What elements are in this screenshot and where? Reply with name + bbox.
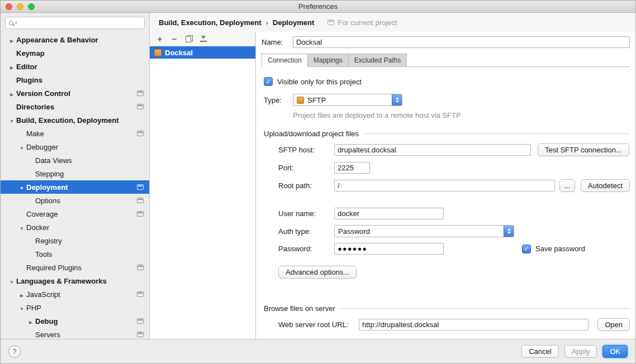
chevron-right-icon[interactable] — [7, 63, 16, 71]
chevron-down-icon[interactable] — [7, 116, 16, 124]
chevron-down-icon[interactable] — [17, 223, 26, 232]
help-button[interactable]: ? — [8, 346, 21, 358]
auth-type-select[interactable]: Password — [334, 225, 514, 237]
sidebar-item-plugins[interactable]: Plugins — [1, 73, 149, 87]
chevron-down-icon[interactable] — [17, 183, 26, 191]
server-list-panel: + − Docksal — [150, 32, 256, 339]
web-root-field[interactable] — [359, 319, 588, 331]
advanced-options-button[interactable]: Advanced options... — [278, 266, 357, 279]
server-item-label: Docksal — [165, 49, 193, 57]
browse-root-path-button[interactable]: ... — [559, 179, 575, 192]
sidebar-item-docker[interactable]: Docker — [1, 221, 149, 234]
sidebar-item-javascript[interactable]: JavaScript — [1, 288, 149, 301]
chevron-right-icon[interactable] — [7, 36, 16, 44]
chevron-right-icon[interactable] — [26, 317, 35, 325]
tab-mappings[interactable]: Mappings — [307, 54, 349, 66]
sidebar-item-debugger[interactable]: Debugger — [1, 140, 149, 154]
minimize-window-icon[interactable] — [17, 3, 23, 10]
sidebar-item-build-execution-deployment[interactable]: Build, Execution, Deployment — [1, 113, 149, 127]
user-name-field[interactable] — [334, 208, 444, 219]
sftp-host-label: SFTP host: — [278, 146, 334, 154]
type-label: Type: — [264, 96, 293, 104]
tab-excluded-paths[interactable]: Excluded Paths — [348, 54, 407, 66]
per-project-icon — [137, 211, 144, 217]
autodetect-button[interactable]: Autodetect — [581, 179, 630, 192]
breadcrumb: Build, Execution, Deployment › Deploymen… — [150, 13, 635, 32]
per-project-icon — [137, 318, 144, 324]
sidebar-item-deployment[interactable]: Deployment — [1, 180, 149, 194]
sidebar-item-data-views[interactable]: Data Views — [1, 154, 149, 167]
per-project-icon — [137, 184, 144, 190]
sidebar-item-version-control[interactable]: Version Control — [1, 87, 149, 100]
sidebar-item-stepping[interactable]: Stepping — [1, 167, 149, 180]
sidebar-item-keymap[interactable]: Keymap — [1, 46, 149, 60]
auth-type-row: Auth type: Password — [278, 225, 630, 237]
scope-indicator: For current project — [328, 18, 397, 27]
port-field[interactable] — [334, 162, 370, 174]
password-label: Password: — [278, 245, 334, 253]
user-name-label: User name: — [278, 209, 334, 218]
breadcrumb-parent[interactable]: Build, Execution, Deployment — [159, 18, 261, 27]
save-password-checkbox[interactable] — [522, 245, 531, 253]
server-list-item-docksal[interactable]: Docksal — [150, 46, 255, 59]
search-history-chevron-icon[interactable]: ▾ — [15, 21, 17, 25]
search-input[interactable]: ▾ — [5, 17, 145, 29]
title-bar: Preferences — [1, 1, 635, 13]
per-project-icon — [137, 332, 144, 337]
web-root-label: Web server root URL: — [278, 320, 359, 329]
per-project-icon — [137, 265, 144, 270]
sidebar-item-tools[interactable]: Tools — [1, 247, 149, 261]
ok-button[interactable]: OK — [602, 345, 628, 358]
remove-icon[interactable]: − — [170, 35, 179, 44]
settings-sidebar: ▾ Appearance & Behavior Keymap Editor — [1, 13, 150, 339]
breadcrumb-separator: › — [265, 18, 268, 27]
name-field[interactable] — [293, 36, 630, 48]
password-field[interactable] — [334, 243, 444, 255]
chevron-down-icon[interactable] — [17, 143, 26, 151]
window-title: Preferences — [298, 2, 338, 11]
sftp-host-field[interactable] — [334, 144, 531, 156]
chevron-right-icon[interactable] — [17, 290, 26, 299]
sidebar-item-debug[interactable]: Debug — [1, 314, 149, 328]
sftp-host-row: SFTP host: Test SFTP connection... — [278, 143, 630, 156]
sidebar-item-php[interactable]: PHP — [1, 301, 149, 314]
name-label: Name: — [262, 38, 293, 46]
sidebar-item-editor[interactable]: Editor — [1, 60, 149, 73]
sidebar-item-directories[interactable]: Directories — [1, 100, 149, 113]
combo-stepper-icon[interactable] — [504, 225, 514, 237]
sidebar-item-make[interactable]: Make — [1, 127, 149, 140]
sidebar-item-coverage[interactable]: Coverage — [1, 207, 149, 221]
port-row: Port: — [278, 162, 630, 174]
test-sftp-connection-button[interactable]: Test SFTP connection... — [538, 143, 629, 156]
close-window-icon[interactable] — [6, 3, 12, 10]
current-project-icon — [328, 20, 334, 25]
sidebar-item-languages-frameworks[interactable]: Languages & Frameworks — [1, 274, 149, 288]
dialog-footer: ? Cancel Apply OK — [1, 339, 635, 363]
root-path-field[interactable] — [334, 180, 555, 191]
settings-tree: Appearance & Behavior Keymap Editor Plug… — [1, 32, 149, 341]
tab-connection[interactable]: Connection — [262, 54, 308, 67]
browse-group-title: Browse files on server — [264, 304, 335, 313]
cancel-button[interactable]: Cancel — [521, 345, 558, 358]
combo-stepper-icon[interactable] — [392, 94, 402, 106]
apply-button[interactable]: Apply — [564, 345, 597, 358]
chevron-down-icon[interactable] — [7, 277, 16, 285]
zoom-window-icon[interactable] — [28, 3, 35, 10]
root-path-row: Root path: ... Autodetect — [278, 179, 630, 192]
per-project-icon — [137, 198, 144, 203]
breadcrumb-current: Deployment — [273, 18, 314, 27]
sidebar-item-required-plugins[interactable]: Required Plugins — [1, 261, 149, 274]
name-row: Name: — [262, 36, 630, 48]
chevron-right-icon[interactable] — [7, 89, 16, 98]
per-project-icon — [137, 131, 144, 136]
open-button[interactable]: Open — [597, 318, 630, 331]
chevron-down-icon[interactable] — [17, 304, 26, 312]
add-icon[interactable]: + — [155, 35, 164, 44]
sidebar-item-appearance-behavior[interactable]: Appearance & Behavior — [1, 33, 149, 46]
sidebar-item-options[interactable]: Options — [1, 194, 149, 207]
type-select[interactable]: SFTP — [293, 94, 402, 106]
web-root-row: Web server root URL: Open — [278, 318, 630, 331]
sidebar-item-registry[interactable]: Registry — [1, 234, 149, 247]
browse-group-header: Browse files on server — [264, 304, 630, 313]
visible-only-checkbox[interactable] — [264, 77, 273, 86]
